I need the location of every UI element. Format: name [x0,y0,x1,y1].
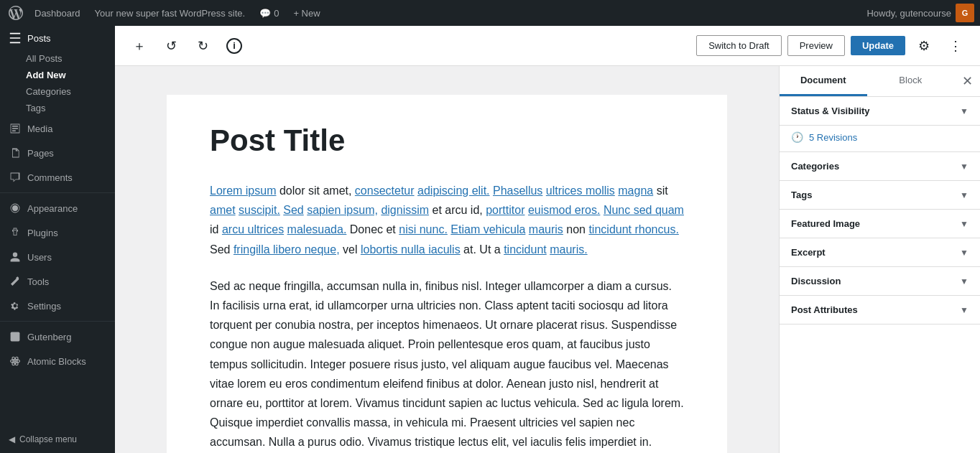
categories-header[interactable]: Categories ▼ [780,152,980,180]
chevron-down-icon-featured: ▼ [960,219,969,229]
users-label: Users [27,252,52,263]
new-label: + New [293,8,320,19]
editor-body: Post Title Lorem ipsum dolor sit amet, c… [115,66,980,453]
appearance-label: Appearance [27,203,78,214]
gutenberg-label: Gutenberg [27,332,71,342]
excerpt-header[interactable]: Excerpt ▼ [780,238,980,266]
atomic-blocks-label: Atomic Blocks [27,356,86,367]
site-name[interactable]: Your new super fast WordPress site. [89,5,251,22]
undo-icon: ↺ [166,38,177,54]
redo-button[interactable]: ↻ [190,33,216,59]
status-visibility-section: Status & Visibility ▼ [780,97,980,126]
undo-button[interactable]: ↺ [158,33,184,59]
sidebar-item-posts[interactable]: Posts [0,26,115,50]
chevron-down-icon-excerpt: ▼ [960,248,969,258]
collapse-label: Collapse menu [19,434,77,444]
panel-tabs: Document Block ✕ [780,66,980,97]
collapse-icon: ◀ [9,434,15,444]
sidebar-item-pages[interactable]: Pages [0,141,115,165]
svg-rect-0 [11,332,20,342]
pages-icon [9,146,22,159]
chevron-down-icon-post-attributes: ▼ [960,305,969,315]
add-block-button[interactable]: ＋ [126,33,152,59]
plugins-icon [9,226,22,239]
info-button[interactable]: i [221,33,247,59]
sidebar-add-new[interactable]: Add New [0,67,115,83]
paragraph-2: Sed ac neque fringilla, accumsan nulla i… [210,276,684,452]
featured-image-header[interactable]: Featured Image ▼ [780,210,980,238]
comment-count: 0 [274,8,279,19]
revisions-section: 🕐 5 Revisions [780,126,980,152]
block-tab[interactable]: Block [867,66,955,96]
settings-label: Settings [27,301,61,312]
comments-label: Comments [27,172,73,183]
sidebar-posts-label: Posts [27,33,51,44]
paragraph-1: Lorem ipsum dolor sit amet, consectetur … [210,181,684,259]
plugins-label: Plugins [27,228,58,238]
comment-bubble-icon: 💬 [259,8,271,19]
document-tab[interactable]: Document [780,66,867,96]
sidebar-item-media[interactable]: Media [0,116,115,141]
tags-header[interactable]: Tags ▼ [780,181,980,209]
post-attributes-header[interactable]: Post Attributes ▼ [780,296,980,324]
sidebar-all-posts[interactable]: All Posts [0,50,115,67]
post-content: Lorem ipsum dolor sit amet, consectetur … [210,181,684,453]
content-area: Post Title Lorem ipsum dolor sit amet, c… [115,66,779,453]
chevron-down-icon: ▼ [960,106,969,116]
pages-label: Pages [27,148,54,159]
svg-point-1 [14,360,16,362]
media-icon [9,122,22,135]
close-icon: ✕ [962,73,973,89]
discussion-header[interactable]: Discussion ▼ [780,267,980,295]
sidebar-item-atomic-blocks[interactable]: Atomic Blocks [0,349,115,373]
preview-button[interactable]: Preview [787,35,845,56]
dashboard-link[interactable]: Dashboard [29,5,86,22]
sidebar-categories[interactable]: Categories [0,83,115,100]
switch-to-draft-button[interactable]: Switch to Draft [696,35,782,56]
sidebar-item-comments[interactable]: Comments [0,165,115,190]
chevron-down-icon-categories: ▼ [960,162,969,172]
sidebar-item-users[interactable]: Users [0,245,115,269]
plus-icon: ＋ [133,37,146,55]
status-visibility-header[interactable]: Status & Visibility ▼ [780,97,980,125]
editor-settings-button[interactable]: ⚙ [911,33,937,59]
sidebar-item-gutenberg[interactable]: Gutenberg [0,324,115,349]
sidebar-item-settings[interactable]: Settings [0,294,115,318]
update-button[interactable]: Update [851,36,905,55]
post-editor: Post Title Lorem ipsum dolor sit amet, c… [167,95,727,453]
media-label: Media [27,123,52,134]
chevron-down-icon-discussion: ▼ [960,276,969,286]
atomic-blocks-icon [9,355,22,368]
post-attributes-section: Post Attributes ▼ [780,296,980,324]
dashboard-label: Dashboard [34,8,80,19]
wp-logo[interactable] [6,3,26,23]
right-panel: Document Block ✕ Status & Visibility ▼ [779,66,980,453]
posts-icon [9,32,22,45]
comments-link[interactable]: 💬 0 [254,5,285,22]
avatar: G [956,4,974,22]
revisions-link[interactable]: 🕐 5 Revisions [780,126,980,151]
discussion-section: Discussion ▼ [780,267,980,296]
more-options-button[interactable]: ⋮ [943,33,969,59]
sidebar-item-appearance[interactable]: Appearance [0,196,115,220]
editor-toolbar: ＋ ↺ ↻ i Switch to Draft Preview Update [115,26,980,66]
clock-icon: 🕐 [791,131,803,143]
howdy-text: Howdy, gutencourse [866,8,951,19]
comments-icon [9,171,22,184]
appearance-icon [9,202,22,215]
close-panel-button[interactable]: ✕ [954,68,980,94]
info-icon: i [226,38,242,54]
ellipsis-icon: ⋮ [949,38,962,54]
sidebar-tags[interactable]: Tags [0,100,115,116]
tools-label: Tools [27,276,49,287]
site-label: Your new super fast WordPress site. [95,8,246,19]
sidebar-item-tools[interactable]: Tools [0,269,115,294]
post-title[interactable]: Post Title [210,123,684,158]
categories-section: Categories ▼ [780,152,980,181]
new-item-link[interactable]: + New [287,5,325,22]
collapse-menu-button[interactable]: ◀ Collapse menu [0,426,115,453]
excerpt-section: Excerpt ▼ [780,238,980,267]
howdy-menu[interactable]: Howdy, gutencourse G [866,4,974,22]
sidebar-item-plugins[interactable]: Plugins [0,220,115,245]
gutenberg-icon [9,330,22,343]
